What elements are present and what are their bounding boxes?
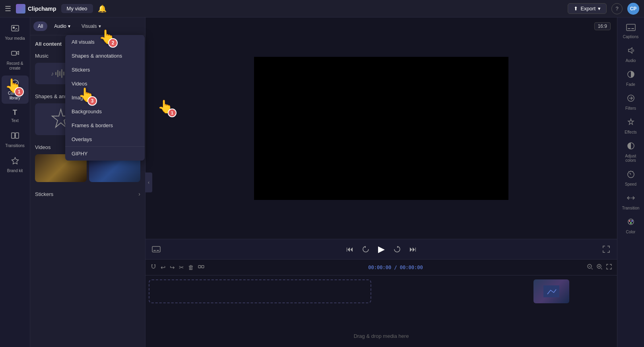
dropdown-item-all-visuals[interactable]: All visuals: [65, 35, 145, 49]
color-label: Color: [626, 230, 636, 234]
export-button[interactable]: ⬆ Export ▾: [568, 3, 607, 14]
effects-icon: [627, 118, 635, 128]
svg-rect-7: [153, 250, 156, 251]
svg-rect-0: [12, 25, 19, 31]
delete-button[interactable]: 🗑: [188, 264, 194, 271]
cut-button[interactable]: ✂: [179, 264, 184, 271]
help-button[interactable]: ?: [611, 3, 623, 14]
svg-rect-16: [631, 28, 634, 29]
svg-rect-1: [13, 27, 15, 29]
right-item-adjust-colors[interactable]: Adjust colors: [619, 138, 643, 166]
playback-right-controls: [602, 245, 611, 254]
dropdown-item-images[interactable]: Images: [65, 91, 145, 105]
music-section-title: Music: [35, 53, 48, 59]
dropdown-item-overlays[interactable]: Overlays: [65, 132, 145, 146]
captions-icon: [626, 24, 636, 33]
speed-icon: [627, 170, 635, 180]
right-item-transition[interactable]: Transition: [619, 190, 643, 213]
menu-icon[interactable]: ☰: [5, 4, 11, 13]
waveform-bar: [61, 69, 62, 78]
audio-icon: [627, 46, 635, 57]
music-note-icon-1: ♪: [51, 70, 54, 77]
dropdown-item-shapes[interactable]: Shapes & annotations: [65, 49, 145, 63]
fullscreen-button[interactable]: [602, 245, 611, 254]
dropdown-item-frames[interactable]: Frames & borders: [65, 118, 145, 132]
play-button[interactable]: ▶: [378, 244, 385, 254]
sidebar-item-record[interactable]: Record & create: [2, 46, 29, 74]
timeline-toolbar: ↩ ↪ ✂ 🗑 00:00:00 / 00:00:00: [145, 260, 617, 275]
sidebar-item-transitions[interactable]: Transitions: [2, 128, 29, 151]
right-item-fade[interactable]: Fade: [619, 67, 643, 90]
adjust-colors-label: Adjust colors: [621, 154, 641, 163]
forward-button[interactable]: [393, 245, 402, 254]
sidebar-item-your-media[interactable]: Your media: [2, 21, 29, 44]
svg-point-23: [631, 220, 633, 222]
subtitle-toggle-button[interactable]: [152, 246, 161, 252]
audio-label: Audio: [626, 58, 636, 63]
right-item-effects[interactable]: Effects: [619, 114, 643, 138]
magnet-button[interactable]: [150, 264, 157, 271]
dropdown-item-videos[interactable]: Videos: [65, 77, 145, 91]
fade-label: Fade: [626, 82, 635, 87]
bell-icon[interactable]: 🔔: [98, 4, 107, 13]
content-label: Content library: [3, 91, 27, 101]
right-item-audio[interactable]: Audio: [619, 43, 643, 66]
record-label: Record & create: [3, 61, 27, 71]
avatar[interactable]: CP: [627, 3, 639, 15]
topbar: ☰ Clipchamp My video 🔔 ⬆ Export ▾ ? CP: [0, 0, 644, 17]
zoom-controls: [587, 264, 612, 271]
right-item-filters[interactable]: Filters: [619, 91, 643, 114]
svg-rect-9: [198, 266, 201, 268]
rewind-button[interactable]: [361, 245, 370, 254]
svg-rect-8: [157, 250, 159, 251]
video-title[interactable]: My video: [61, 4, 93, 13]
svg-point-3: [12, 80, 18, 86]
logo: Clipchamp: [16, 4, 56, 14]
ratio-badge[interactable]: 16:9: [594, 22, 611, 30]
filter-tab-audio[interactable]: Audio ▾: [50, 21, 75, 31]
zoom-out-button[interactable]: [587, 264, 593, 271]
skip-back-button[interactable]: ⏮: [346, 245, 353, 254]
sidebar-item-brand[interactable]: Brand kit: [2, 153, 29, 176]
track-drop-zone[interactable]: [149, 279, 371, 303]
svg-rect-13: [543, 285, 559, 297]
adjust-colors-icon: [627, 142, 635, 152]
playback-left-controls: [152, 246, 161, 252]
panel-collapse-button[interactable]: ‹: [145, 173, 152, 192]
right-item-speed[interactable]: Speed: [619, 167, 643, 190]
right-item-color[interactable]: Color: [619, 214, 643, 237]
clip-thumbnail: [533, 279, 569, 303]
brand-icon: [11, 156, 19, 167]
undo-button[interactable]: ↩: [161, 264, 166, 271]
dropdown-item-backgrounds[interactable]: Backgrounds: [65, 105, 145, 118]
logo-text: Clipchamp: [28, 6, 56, 12]
filters-label: Filters: [625, 106, 636, 110]
canvas-area: 16:9 ⏮ ▶: [145, 17, 617, 347]
transition-label: Transition: [622, 206, 640, 210]
drag-drop-label: Drag & drop media here: [354, 333, 409, 339]
zoom-in-button[interactable]: [596, 264, 603, 271]
export-icon: ⬆: [574, 6, 578, 12]
stickers-section-header[interactable]: Stickers ›: [33, 188, 142, 200]
right-item-captions[interactable]: Captions: [619, 21, 643, 42]
split-button[interactable]: [198, 264, 204, 271]
fit-button[interactable]: [606, 264, 612, 271]
stickers-section-title: Stickers: [35, 191, 53, 197]
timeline-time: 00:00:00 / 00:00:00: [208, 265, 583, 270]
dropdown-item-stickers[interactable]: Stickers: [65, 63, 145, 77]
redo-button[interactable]: ↪: [170, 264, 175, 271]
filter-tab-visuals[interactable]: Visuals ▾: [77, 21, 105, 31]
video-canvas: [254, 57, 508, 200]
filter-tab-all[interactable]: All: [33, 21, 47, 31]
brand-label: Brand kit: [7, 169, 23, 173]
sidebar-item-text[interactable]: T Text: [2, 105, 29, 126]
track-clip[interactable]: [533, 279, 569, 303]
svg-rect-14: [627, 24, 635, 31]
text-label: Text: [11, 118, 18, 123]
skip-forward-button[interactable]: ⏭: [409, 245, 417, 254]
dropdown-item-giphy[interactable]: GIPHY: [65, 147, 145, 161]
content-icon: [11, 79, 19, 89]
sidebar-item-content[interactable]: Content library: [2, 76, 29, 104]
captions-label: Captions: [623, 35, 638, 39]
timeline-area: ↩ ↪ ✂ 🗑 00:00:00 / 00:00:00: [145, 260, 617, 347]
